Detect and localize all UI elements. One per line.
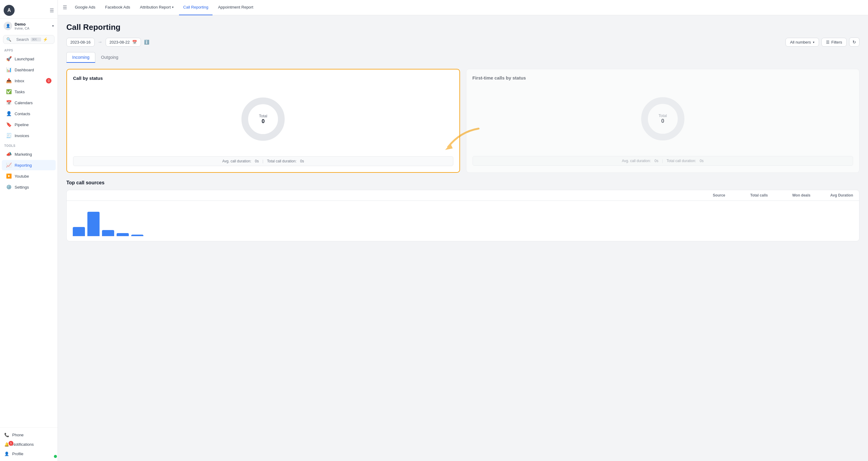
sidebar-search[interactable]: 🔍 Search ⌘K ⚡ <box>3 35 55 44</box>
sidebar-item-label: Tasks <box>14 90 25 94</box>
first-time-donut-wrapper: Total 0 <box>472 85 854 152</box>
topnav-attribution-report[interactable]: Attribution Report ▾ <box>136 0 178 15</box>
info-icon[interactable]: ℹ️ <box>144 39 149 45</box>
contacts-icon: 👤 <box>6 111 11 116</box>
sources-card: Source Total calls Won deals Avg Duratio… <box>66 190 860 241</box>
sidebar-item-tasks[interactable]: ✅ Tasks <box>2 87 56 97</box>
calendars-icon: 📅 <box>6 100 11 106</box>
apps-section-label: Apps <box>0 46 58 53</box>
sidebar-item-invoices[interactable]: 🧾 Invoices <box>2 131 56 141</box>
footer-divider: | <box>662 159 663 163</box>
date-start-value: 2023-08-16 <box>70 40 91 45</box>
first-time-total-text: Total <box>658 113 667 118</box>
sidebar-item-calendars[interactable]: 📅 Calendars <box>2 97 56 108</box>
sidebar-bottom: 📞 Phone 🔔 5 Notifications 👤 Profile <box>0 428 58 461</box>
account-chevron-icon: ▾ <box>52 24 54 28</box>
sidebar-item-settings[interactable]: ⚙️ Settings <box>2 182 56 192</box>
sidebar-item-label: Youtube <box>14 174 29 178</box>
first-time-total-duration-label: Total call duration: <box>667 159 696 163</box>
sidebar-account[interactable]: 👤 Demo Irvine, CA ▾ <box>0 19 58 33</box>
sidebar-item-label: Marketing <box>14 152 32 156</box>
sidebar-item-pipeline[interactable]: 🔖 Pipeline <box>2 119 56 130</box>
bar-5 <box>131 235 144 236</box>
sidebar-item-label: Dashboard <box>14 68 34 72</box>
search-icon: 🔍 <box>6 37 14 42</box>
first-time-avg-duration-label: Avg. call duration: <box>622 159 651 163</box>
first-time-total-duration-value: 0s <box>700 159 704 163</box>
sources-table-body <box>67 201 859 241</box>
youtube-icon: ▶️ <box>6 173 11 179</box>
sidebar-item-launchpad[interactable]: 🚀 Launchpad <box>2 54 56 64</box>
chevron-down-icon: ▾ <box>813 40 814 44</box>
filters-button[interactable]: ☰ Filters <box>822 38 847 47</box>
sidebar-item-marketing[interactable]: 📣 Marketing <box>2 149 56 160</box>
charts-grid: Call by status Total 0 Avg. call duratio… <box>66 69 860 173</box>
col-avg-duration: Won deals <box>768 193 810 197</box>
bar-4 <box>117 233 129 236</box>
tools-section-label: Tools <box>0 141 58 149</box>
inbox-icon: 📥 <box>6 78 11 84</box>
settings-icon: ⚙️ <box>6 184 11 190</box>
topnav-facebook-ads[interactable]: Facebook Ads <box>101 0 134 15</box>
sidebar-item-contacts[interactable]: 👤 Contacts <box>2 109 56 119</box>
tab-incoming[interactable]: Incoming <box>66 52 95 63</box>
sources-table-header: Source Total calls Won deals Avg Duratio… <box>67 190 859 201</box>
sidebar-item-phone[interactable]: 📞 Phone <box>0 430 58 440</box>
first-time-calls-title: First-time calls by status <box>472 75 854 81</box>
call-by-status-card: Call by status Total 0 Avg. call duratio… <box>66 69 460 173</box>
marketing-icon: 📣 <box>6 151 11 157</box>
sidebar-item-label: Reporting <box>14 163 32 168</box>
footer-divider: | <box>262 159 264 163</box>
sidebar-bottom-label: Notifications <box>12 442 34 447</box>
total-duration-value: 0s <box>300 159 304 163</box>
col-extra: Avg Duration <box>810 193 853 197</box>
first-time-calls-card: First-time calls by status Total 0 Avg. … <box>466 69 860 173</box>
date-end-picker[interactable]: 2023-08-22 📅 <box>106 38 141 47</box>
chevron-down-icon: ▾ <box>172 5 174 9</box>
topnav-call-reporting[interactable]: Call Reporting <box>179 0 213 15</box>
date-arrow-icon: → <box>98 39 102 45</box>
sidebar-toggle-icon[interactable]: ☰ <box>50 8 54 13</box>
sidebar-item-notifications[interactable]: 🔔 5 Notifications <box>0 440 58 449</box>
donut-label: Total 0 <box>259 114 267 125</box>
total-text: Total <box>259 114 267 118</box>
tab-outgoing[interactable]: Outgoing <box>95 52 124 63</box>
sidebar-item-label: Invoices <box>14 134 29 138</box>
page-content: Call Reporting 2023-08-16 → 2023-08-22 📅… <box>58 15 868 461</box>
date-start-picker[interactable]: 2023-08-16 <box>66 38 95 47</box>
col-source <box>73 193 683 197</box>
invoices-icon: 🧾 <box>6 133 11 138</box>
call-tabs: Incoming Outgoing <box>66 52 860 63</box>
filters-label: Filters <box>832 40 842 45</box>
sidebar-item-inbox[interactable]: 📥 Inbox 0 <box>2 76 56 86</box>
all-numbers-button[interactable]: All numbers ▾ <box>785 38 819 47</box>
sidebar-item-youtube[interactable]: ▶️ Youtube <box>2 171 56 181</box>
tasks-icon: ✅ <box>6 89 11 94</box>
topnav-appointment-report[interactable]: Appointment Report <box>214 0 257 15</box>
topnav-google-ads[interactable]: Google Ads <box>71 0 99 15</box>
first-time-donut-chart: Total 0 <box>639 94 687 143</box>
account-icon: 👤 <box>4 22 12 30</box>
refresh-button[interactable]: ↻ <box>849 37 860 47</box>
col-total-calls: Source <box>683 193 725 197</box>
sidebar-item-dashboard[interactable]: 📊 Dashboard <box>2 65 56 75</box>
first-time-donut-label: Total 0 <box>658 113 667 124</box>
phone-icon: 📞 <box>4 433 9 437</box>
sidebar: A ☰ 👤 Demo Irvine, CA ▾ 🔍 Search ⌘K ⚡ Ap… <box>0 0 58 461</box>
inbox-badge: 0 <box>46 78 52 84</box>
account-name: Demo <box>14 22 29 27</box>
profile-icon: 👤 <box>4 452 9 456</box>
hamburger-icon[interactable]: ☰ <box>63 5 67 10</box>
avatar: A <box>4 5 14 16</box>
sidebar-item-reporting[interactable]: 📈 Reporting <box>2 160 56 170</box>
all-numbers-label: All numbers <box>790 40 811 45</box>
sidebar-item-profile[interactable]: 👤 Profile <box>0 449 58 459</box>
sidebar-item-label: Settings <box>14 185 29 190</box>
bar-2 <box>87 212 99 236</box>
top-navigation: ☰ Google Ads Facebook Ads Attribution Re… <box>58 0 868 15</box>
reporting-icon: 📈 <box>6 163 11 168</box>
launchpad-icon: 🚀 <box>6 56 11 62</box>
dashboard-icon: 📊 <box>6 67 11 73</box>
donut-chart-wrapper: Total 0 <box>73 86 453 153</box>
sidebar-item-label: Pipeline <box>14 122 29 127</box>
